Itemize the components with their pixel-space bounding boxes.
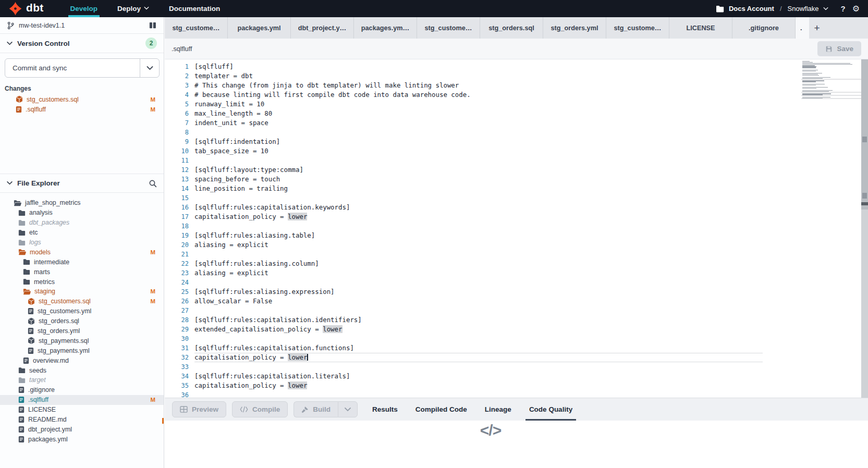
tree-item[interactable]: dbt_project.yml [0, 424, 164, 434]
code-line[interactable]: [sqlfluff:rules:aliasing.column] [194, 259, 763, 268]
editor-tab[interactable]: .gitignore [732, 17, 796, 39]
editor-tab[interactable]: stg_custome… [606, 17, 669, 39]
gear-icon[interactable]: ⚙ [852, 4, 860, 14]
chevron-down-icon[interactable] [823, 7, 828, 10]
tree-item[interactable]: stg_payments.sql [0, 336, 164, 346]
code-line[interactable]: aliasing = explicit [194, 268, 763, 278]
editor-scrollbar[interactable] [861, 59, 868, 398]
tree-item[interactable]: modelsM [0, 247, 164, 257]
tree-item[interactable]: dbt_packages [0, 218, 164, 228]
commit-options-chevron[interactable] [140, 59, 159, 77]
editor-tab[interactable]: stg_orders.sql [480, 17, 543, 39]
change-item[interactable]: .sqlfluffM [0, 104, 164, 114]
code-line[interactable] [194, 362, 763, 372]
code-line[interactable]: [sqlfluff:rules:capitalisation.literals] [194, 372, 763, 381]
panels-icon[interactable] [149, 21, 157, 29]
code-line[interactable]: [sqlfluff] [194, 62, 763, 71]
code-line[interactable]: [sqlfluff:layout:type:comma] [194, 165, 763, 175]
code-line[interactable]: # This change (from jinja to dbt templat… [194, 81, 763, 90]
code-line[interactable]: [sqlfluff:rules:capitalisation.identifie… [194, 315, 763, 325]
code-line[interactable]: aliasing = explicit [194, 240, 763, 250]
tree-item[interactable]: README.md [0, 415, 164, 425]
code-line[interactable]: allow_scalar = False [194, 297, 763, 306]
tree-item[interactable]: stg_orders.yml [0, 326, 164, 336]
tree-item[interactable]: etc [0, 228, 164, 238]
tree-item[interactable]: logs [0, 238, 164, 248]
code-line[interactable] [194, 390, 763, 398]
code-line[interactable]: runaway_limit = 10 [194, 100, 763, 109]
tree-item[interactable]: packages.yml [0, 434, 164, 444]
code-line[interactable] [194, 193, 763, 203]
dbt-logo[interactable]: dbt [0, 0, 52, 17]
commit-and-sync-button[interactable]: Commit and sync [5, 58, 160, 78]
code-line[interactable] [194, 278, 763, 287]
editor-tab[interactable]: packages.yml [228, 17, 291, 39]
tree-item[interactable]: .gitignore [0, 385, 164, 395]
tree-item[interactable]: LICENSE [0, 405, 164, 415]
account-name[interactable]: Docs Account [729, 5, 774, 13]
file-explorer-header[interactable]: File Explorer [0, 174, 164, 193]
code-line[interactable]: spacing_before = touch [194, 175, 763, 184]
build-button[interactable]: Build [294, 401, 338, 417]
active-tab-partial[interactable]: . [796, 17, 809, 39]
code-line[interactable]: max_line_length = 80 [194, 109, 763, 118]
code-line[interactable]: templater = dbt [194, 71, 763, 81]
tree-item[interactable]: stg_orders.sql [0, 316, 164, 326]
code-line[interactable]: [sqlfluff:rules:capitalisation.keywords] [194, 203, 763, 212]
code-line[interactable] [194, 128, 763, 137]
compile-button[interactable]: Compile [232, 401, 288, 417]
nav-item-develop[interactable]: Develop [68, 0, 100, 17]
code-line[interactable]: indent_unit = space [194, 118, 763, 128]
version-control-header[interactable]: Version Control 2 [0, 34, 164, 53]
minimap[interactable] [802, 61, 861, 108]
editor-tab[interactable]: stg_orders.yml [543, 17, 606, 39]
tree-item[interactable]: stg_payments.yml [0, 346, 164, 355]
code-editor[interactable]: 1234567891011121314151617181920212223242… [165, 59, 868, 398]
editor-tab[interactable]: dbt_project.y… [291, 17, 354, 39]
code-line[interactable] [194, 221, 763, 231]
code-line[interactable] [194, 334, 763, 343]
tree-item[interactable]: marts [0, 267, 164, 277]
code-line[interactable]: # because linting will first compile dbt… [194, 90, 763, 100]
code-line[interactable] [194, 156, 763, 165]
tree-item[interactable]: stagingM [0, 287, 164, 297]
tree-item[interactable]: .sqlfluffM [0, 395, 164, 405]
tree-item[interactable]: jaffle_shop_metrics [0, 198, 164, 208]
editor-tab[interactable]: stg_custome… [417, 17, 480, 39]
tree-item[interactable]: analysis [0, 208, 164, 218]
code-line[interactable]: [sqlfluff:rules:capitalisation.functions… [194, 343, 763, 353]
editor-tab[interactable]: packages.ym… [354, 17, 417, 39]
tree-item[interactable]: stg_customers.yml [0, 306, 164, 316]
nav-item-deploy[interactable]: Deploy [115, 0, 151, 17]
code-line[interactable]: [sqlfluff:rules:aliasing.table] [194, 231, 763, 240]
code-content[interactable]: [sqlfluff]templater = dbt# This change (… [194, 62, 763, 398]
tree-item[interactable]: metrics [0, 277, 164, 287]
panel-tab-code-quality[interactable]: Code Quality [528, 398, 573, 421]
tree-item[interactable]: intermediate [0, 257, 164, 267]
branch-name[interactable]: mw-test-idev1.1 [19, 22, 65, 29]
code-line[interactable]: line_position = trailing [194, 184, 763, 193]
tree-item[interactable]: seeds [0, 365, 164, 375]
new-tab-button[interactable]: + [809, 17, 825, 39]
build-options-chevron[interactable] [338, 401, 358, 417]
editor-tab[interactable]: stg_custome… [165, 17, 228, 39]
code-line[interactable] [194, 250, 763, 259]
scrollbar-thumb[interactable] [861, 59, 868, 210]
preview-button[interactable]: Preview [172, 401, 226, 417]
tree-item[interactable]: overview.md [0, 355, 164, 365]
code-line[interactable]: [sqlfluff:rules:aliasing.expression] [194, 287, 763, 297]
panel-tab-results[interactable]: Results [371, 398, 399, 421]
panel-tab-lineage[interactable]: Lineage [484, 398, 512, 421]
save-button[interactable]: Save [817, 41, 861, 56]
panel-tab-compiled-code[interactable]: Compiled Code [414, 398, 468, 421]
editor-tab[interactable]: LICENSE [669, 17, 732, 39]
nav-item-documentation[interactable]: Documentation [167, 0, 222, 17]
code-line[interactable] [194, 306, 763, 315]
code-line[interactable]: extended_capitalisation_policy = lower [194, 325, 763, 334]
tree-item[interactable]: target [0, 375, 164, 385]
code-line[interactable]: [sqlfluff:indentation] [194, 137, 763, 146]
tree-item[interactable]: stg_customers.sqlM [0, 297, 164, 306]
code-line[interactable]: capitalisation_policy = lower [194, 381, 763, 390]
search-icon[interactable] [149, 179, 157, 188]
code-line[interactable]: capitalisation_policy = lower [194, 212, 763, 221]
